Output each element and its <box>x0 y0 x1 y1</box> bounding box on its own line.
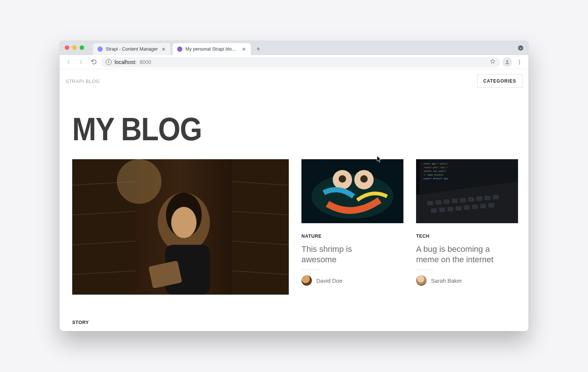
svg-rect-41 <box>468 197 474 202</box>
author-avatar <box>416 275 426 286</box>
post-headline: A bug is becoming a meme on the internet <box>416 244 498 264</box>
divider <box>301 270 319 270</box>
svg-point-25 <box>339 175 346 183</box>
svg-rect-43 <box>485 196 490 200</box>
nav-back-button[interactable] <box>63 57 74 67</box>
svg-rect-37 <box>435 200 441 205</box>
svg-point-18 <box>171 207 196 238</box>
post-category: NATURE <box>301 234 403 239</box>
tab-title: Strapi - Content Manager <box>106 46 158 52</box>
window-zoom-button[interactable] <box>80 45 84 50</box>
tab-strip: Strapi - Content Manager ✕ My personal S… <box>60 41 528 55</box>
post-image: const app = init() router.get('/api') re… <box>416 159 518 223</box>
svg-rect-36 <box>427 201 433 205</box>
window-minimize-button[interactable] <box>72 45 77 50</box>
categories-button[interactable]: CATEGORIES <box>477 74 523 88</box>
post-category: TECH <box>416 234 518 239</box>
svg-point-1 <box>506 60 508 62</box>
svg-rect-50 <box>472 205 478 209</box>
post-card[interactable]: const app = init() router.get('/api') re… <box>416 159 518 295</box>
svg-rect-40 <box>460 198 466 202</box>
svg-point-2 <box>519 60 520 61</box>
svg-rect-38 <box>444 199 450 204</box>
bookmark-star-icon[interactable] <box>490 58 496 65</box>
svg-rect-48 <box>456 206 461 211</box>
browser-window: Strapi - Content Manager ✕ My personal S… <box>60 41 528 331</box>
nav-forward-button[interactable] <box>76 57 86 67</box>
svg-point-21 <box>117 159 162 204</box>
svg-rect-45 <box>431 208 437 213</box>
tab-close-icon[interactable]: ✕ <box>241 46 246 52</box>
svg-rect-51 <box>480 204 486 208</box>
nav-reload-button[interactable] <box>89 57 99 67</box>
feature-category: STORY <box>72 320 528 325</box>
tab-title: My personal Strapi blog | Strap <box>185 46 238 52</box>
browser-toolbar: i localhost:8000 <box>60 55 528 69</box>
post-image <box>301 159 403 223</box>
svg-point-4 <box>519 63 520 64</box>
svg-point-0 <box>518 45 523 51</box>
site-info-icon[interactable]: i <box>106 59 112 65</box>
author-avatar <box>301 275 312 286</box>
site-brand[interactable]: STRAPI BLOG <box>65 78 100 84</box>
svg-rect-52 <box>488 203 494 208</box>
tab-favicon <box>98 46 103 52</box>
url-port: 8000 <box>140 59 151 65</box>
svg-text:export default app: export default app <box>424 177 448 180</box>
svg-rect-39 <box>452 199 458 203</box>
page-viewport: STRAPI BLOG CATEGORIES MY BLOG <box>60 69 528 331</box>
svg-text:router.get('/api'): router.get('/api') <box>424 166 448 169</box>
feature-card[interactable] <box>72 159 289 295</box>
tab-favicon <box>177 46 182 52</box>
new-tab-button[interactable]: + <box>253 44 263 54</box>
browser-tab-inactive[interactable]: Strapi - Content Manager ✕ <box>93 43 170 55</box>
tab-overflow-icon[interactable] <box>517 45 524 51</box>
tab-close-icon[interactable]: ✕ <box>161 46 166 52</box>
svg-text:return res.json(): return res.json() <box>424 170 446 173</box>
author-name: Sarah Baker <box>431 278 462 284</box>
svg-rect-47 <box>447 207 453 211</box>
author-name: David Doe <box>316 278 342 284</box>
profile-avatar-button[interactable] <box>502 57 512 67</box>
window-controls <box>65 45 84 50</box>
address-bar[interactable]: i localhost:8000 <box>101 57 500 67</box>
svg-point-3 <box>519 61 520 62</box>
svg-rect-46 <box>439 208 445 212</box>
url-host: localhost: <box>115 59 137 65</box>
kebab-menu-icon[interactable] <box>514 57 525 67</box>
post-card[interactable]: NATURE This shrimp is awesome David Doe <box>301 159 403 295</box>
svg-rect-44 <box>493 195 499 199</box>
feature-image <box>72 159 289 295</box>
svg-rect-49 <box>464 205 470 210</box>
post-headline: This shrimp is awesome <box>301 244 383 264</box>
svg-text:// meme_handler: // meme_handler <box>424 173 444 176</box>
svg-point-27 <box>360 175 368 183</box>
divider <box>416 270 434 270</box>
svg-text:const app = init(): const app = init() <box>424 162 448 165</box>
svg-rect-42 <box>476 196 482 201</box>
browser-tab-active[interactable]: My personal Strapi blog | Strap ✕ <box>173 43 251 55</box>
window-close-button[interactable] <box>65 45 69 50</box>
page-title: MY BLOG <box>72 110 474 148</box>
page-content[interactable]: STRAPI BLOG CATEGORIES MY BLOG <box>60 69 528 331</box>
